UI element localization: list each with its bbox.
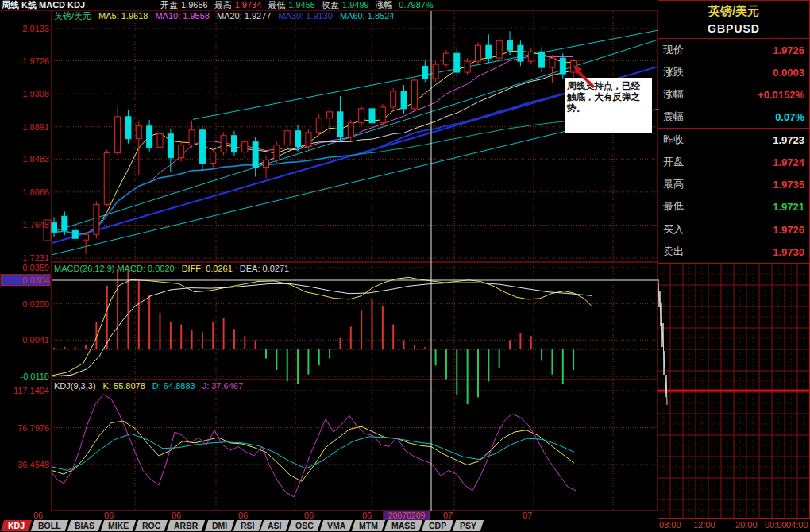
tab-kdj[interactable]: KDJ [1,520,33,531]
candle-26[interactable] [327,109,333,134]
quote-row-昨收: 昨收1.9723 [658,129,809,151]
candle-25[interactable] [316,114,322,136]
quote-value: 1.9726 [773,44,804,56]
tab-label: RSI [241,520,255,531]
candle-7[interactable] [125,110,131,144]
quote-row-现价: 现价1.9726 [658,39,809,61]
tab-dmi[interactable]: DMI [204,520,234,531]
candle-4[interactable] [94,201,99,238]
candle-24[interactable] [306,129,311,150]
ohlc-value: 1.9734 [235,0,262,10]
tab-roc[interactable]: ROC [135,520,168,531]
quote-value: +0.0152% [758,89,804,101]
candle-15[interactable] [210,148,216,168]
candle-2[interactable] [72,226,78,241]
candle-28[interactable] [348,120,353,141]
legend-item: 英镑/美元 [54,11,91,21]
kdj-k-line [52,421,574,481]
ohlc-item: 收盘1.9499 [322,0,369,10]
tab-rsi[interactable]: RSI [233,520,262,531]
tab-mtm[interactable]: MTM [352,520,385,531]
tab-mike[interactable]: MIKE [100,520,136,531]
candle-44[interactable] [518,40,523,66]
tab-arbr[interactable]: ARBR [167,520,206,531]
crosshair-date-label: 20070209 [388,511,426,520]
axis-tick: 0.0041 [22,335,49,345]
intraday-grid[interactable] [658,264,810,519]
candle-10[interactable] [157,122,163,150]
candle-6[interactable] [115,106,121,156]
ohlc-item: 最低1.9455 [268,0,315,10]
candle-18[interactable] [242,139,248,160]
tab-label: MTM [359,520,378,531]
candle-42[interactable] [496,37,502,61]
legend-item: DEA: 0.0271 [240,264,289,273]
legend-item: MA60: 1.8524 [340,11,395,21]
candle-3[interactable] [83,232,89,254]
candle-31[interactable] [380,104,385,126]
candle-16[interactable] [221,133,226,156]
candle-45[interactable] [528,48,534,64]
candle-34[interactable] [411,77,417,112]
candle-29[interactable] [359,106,364,126]
candle-38[interactable] [454,47,460,77]
tab-cdp[interactable]: CDP [422,520,454,531]
quote-value: 1.9730 [773,246,804,258]
tab-psy[interactable]: PSY [453,520,484,531]
app-window: 周线 K线 MACD KDJ 开盘1.9656最高1.9734最低1.9455收… [0,0,810,532]
tab-osc[interactable]: OSC [288,520,321,531]
x-axis-label: 07 [523,511,532,520]
quote-rows: 现价1.9726涨跌0.0003涨幅+0.0152%震幅0.07%昨收1.972… [658,38,809,263]
candle-13[interactable] [189,121,195,148]
trendline [52,40,658,232]
axis-tick: 1.8066 [22,187,49,197]
x-axis-label: 06 [362,511,372,520]
annotation-text: 势。 [566,103,585,113]
quote-label: 涨跌 [663,65,684,79]
quote-value: 1.9735 [773,179,804,191]
candle-23[interactable] [295,125,301,152]
candle-40[interactable] [476,42,481,64]
candle-36[interactable] [433,61,438,82]
tab-mass[interactable]: MASS [384,520,423,531]
candle-33[interactable] [401,85,407,114]
quote-row-买入: 买入1.9726 [658,218,809,241]
candle-35[interactable] [422,60,428,83]
legend-item: J: 37.6467 [202,381,243,391]
candle-32[interactable] [391,88,396,110]
candle-14[interactable] [199,126,205,171]
candle-39[interactable] [465,58,470,75]
tab-asi[interactable]: ASI [260,520,289,531]
ohlc-label: 开盘 [160,0,178,10]
candle-11[interactable] [168,129,173,172]
tab-label: MIKE [108,520,129,531]
tab-label: MASS [392,520,415,531]
candle-5[interactable] [104,150,110,207]
quote-value: 1.9726 [773,224,804,236]
candle-8[interactable] [136,121,141,175]
axis-tick: 0.0359 [22,263,49,272]
candle-46[interactable] [539,47,545,72]
candle-19[interactable] [253,137,258,177]
x-axis-label: 06 [172,511,181,520]
ohlc-value: 1.9656 [181,0,208,10]
axis-tick: -0.0118 [21,372,50,381]
candle-0[interactable] [52,217,57,237]
candle-21[interactable] [274,142,280,164]
ma-legend: 英镑/美元MA5: 1.9618MA10: 1.9558MA20: 1.9277… [54,11,401,21]
candle-47[interactable] [550,55,555,83]
tab-vma[interactable]: VMA [319,520,353,531]
main-chart-svg[interactable]: 2.01331.97261.93081.88911.84831.80661.76… [0,0,659,520]
candle-17[interactable] [231,131,237,156]
candle-27[interactable] [338,96,343,142]
ohlc-value: 1.9455 [288,0,315,10]
candle-37[interactable] [443,50,449,67]
tab-boll[interactable]: BOLL [31,520,68,531]
axis-tick: 2.0133 [22,24,49,33]
tab-bias[interactable]: BIAS [67,520,102,531]
candle-22[interactable] [284,128,290,148]
candle-9[interactable] [147,120,152,152]
candle-30[interactable] [369,102,375,128]
tab-label: KDJ [8,520,25,531]
quote-row-涨跌: 涨跌0.0003 [658,61,809,83]
